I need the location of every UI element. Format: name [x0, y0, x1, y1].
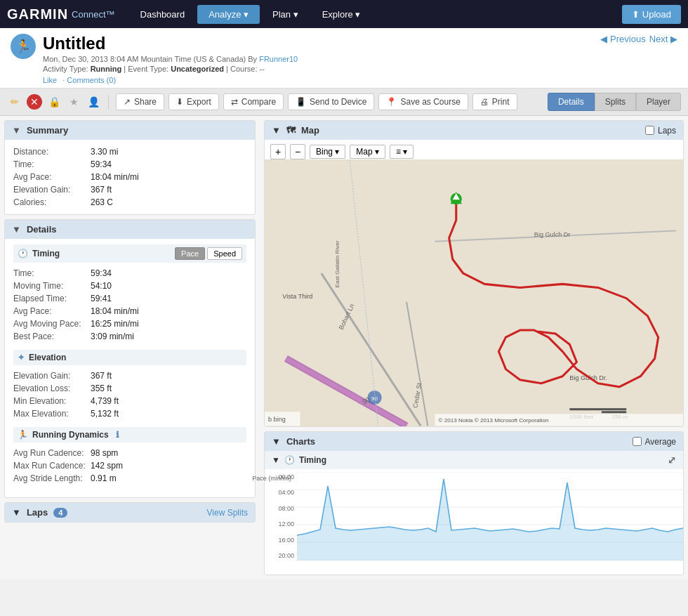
expand-icon[interactable]: ⤢: [668, 454, 676, 466]
share-button[interactable]: ↗ Share: [116, 93, 164, 110]
map-title: Map: [301, 125, 319, 136]
activity-links: Like · Comments (0): [43, 76, 298, 84]
map-svg: 90 90 Bohart Ln Cedar St Big Gulch Dr Ea…: [265, 159, 683, 426]
like-link[interactable]: Like: [43, 76, 57, 84]
y-axis: 00:00 04:00 08:00 12:00 16:00 20:00: [265, 472, 297, 561]
view-splits-link[interactable]: View Splits: [207, 508, 248, 518]
nav-explore[interactable]: Explore ▾: [311, 5, 372, 24]
y-label-16: 16:00: [267, 537, 294, 544]
laps-header[interactable]: ▼ Laps 4 View Splits: [5, 503, 255, 522]
timing-moving: Moving Time: 54:10: [13, 280, 246, 292]
export-button[interactable]: ⬇ Export: [168, 93, 219, 110]
map-controls: + − Bing ▾ Map ▾ ≡ ▾: [265, 140, 683, 159]
charts-arrow: ▼: [272, 436, 281, 447]
average-checkbox-area: Average: [633, 437, 676, 447]
pace-fill: [297, 479, 683, 561]
info-icon[interactable]: ℹ: [116, 430, 119, 440]
map-header: ▼ 🗺 Map Laps: [265, 121, 683, 140]
activity-left: 🏃 Untitled Mon, Dec 30, 2013 8:04 AM Mou…: [11, 34, 298, 84]
elev-max: Max Elevation: 5,132 ft: [13, 407, 246, 420]
running-dynamics-header: 🏃 Running Dynamics ℹ: [13, 427, 246, 443]
timing-best-pace: Best Pace: 3:09 min/mi: [13, 330, 246, 343]
cadence-max: Max Run Cadence: 142 spm: [13, 459, 246, 472]
elevation-title: Elevation: [29, 353, 66, 362]
star-icon[interactable]: ★: [66, 94, 81, 110]
y-axis-title: Pace (min/mi): [252, 475, 291, 482]
next-button[interactable]: Next ▶: [649, 34, 677, 44]
river-label: East Gallatin River: [334, 240, 340, 287]
upload-button[interactable]: ⬆ Upload: [622, 5, 681, 24]
compare-button[interactable]: ⇄ Compare: [223, 93, 284, 110]
summary-arrow: ▼: [12, 125, 21, 136]
activity-author[interactable]: FRunner10: [259, 55, 298, 63]
compare-icon: ⇄: [231, 97, 238, 107]
running-dynamics-title: Running Dynamics: [32, 430, 109, 440]
share-icon: ↗: [124, 97, 131, 107]
tab-details[interactable]: Details: [548, 93, 595, 111]
map-arrow: ▼: [272, 125, 281, 136]
garmin-logo: GARMIN: [7, 6, 68, 22]
map-type-dropdown[interactable]: Map ▾: [350, 145, 385, 159]
tab-player[interactable]: Player: [636, 93, 681, 111]
details-header[interactable]: ▼ Details: [5, 220, 255, 239]
running-icon: 🏃: [18, 430, 28, 440]
summary-header[interactable]: ▼ Summary: [5, 121, 255, 140]
timing-header: 🕐 Timing Pace Speed: [13, 244, 246, 263]
profile-icon[interactable]: 👤: [86, 94, 101, 110]
view-tabs: Details Splits Player: [548, 93, 681, 111]
y-label-4: 04:00: [267, 489, 294, 496]
details-section: ▼ Details 🕐 Timing Pace Speed Time:: [4, 219, 256, 498]
bing-dropdown[interactable]: Bing ▾: [310, 145, 345, 159]
lock-icon[interactable]: 🔒: [46, 94, 62, 110]
chart-timing-header: ▼ 🕐 Timing ⤢: [265, 451, 683, 469]
save-as-course-button[interactable]: 📍 Save as Course: [378, 93, 468, 110]
nav-analyze[interactable]: Analyze ▾: [197, 5, 260, 24]
charts-header: ▼ Charts Average: [265, 432, 683, 451]
elev-min: Min Elevation: 4,739 ft: [13, 395, 246, 407]
nav-dashboard[interactable]: Dashboard: [129, 5, 197, 24]
toolbar-separator: [108, 95, 109, 109]
stat-calories: Calories: 263 C: [13, 196, 246, 209]
laps-label: Laps: [658, 126, 676, 136]
activity-meta: Mon, Dec 30, 2013 8:04 AM Mountain Time …: [43, 55, 298, 63]
elevation-icon: ✦: [18, 353, 25, 362]
summary-body: Distance: 3.30 mi Time: 59:34 Avg Pace: …: [5, 140, 255, 214]
pace-button[interactable]: Pace: [175, 247, 205, 260]
activity-course-value: --: [260, 65, 265, 73]
map-icon: 🗺: [286, 125, 296, 136]
laps-checkbox[interactable]: [645, 126, 654, 135]
attribution-text: © 2013 Nokia © 2013 Microsoft Corporatio…: [438, 417, 548, 424]
comments-link[interactable]: Comments (0): [67, 76, 116, 84]
layers-dropdown[interactable]: ≡ ▾: [390, 145, 414, 159]
edit-icon[interactable]: ✏: [7, 94, 22, 110]
tab-splits[interactable]: Splits: [595, 93, 636, 111]
charts-title: Charts: [286, 436, 315, 447]
activity-details: Untitled Mon, Dec 30, 2013 8:04 AM Mount…: [43, 34, 298, 84]
speed-button[interactable]: Speed: [207, 247, 242, 260]
timing-time: Time: 59:34: [13, 267, 246, 280]
laps-arrow: ▼: [12, 507, 21, 518]
zoom-out-button[interactable]: −: [290, 144, 305, 159]
nav-plan[interactable]: Plan ▾: [261, 5, 310, 24]
running-dynamics-subsection: 🏃 Running Dynamics ℹ Avg Run Cadence: 98…: [13, 427, 246, 485]
delete-icon[interactable]: ✕: [27, 94, 42, 110]
average-checkbox[interactable]: [633, 437, 642, 446]
export-icon: ⬇: [176, 97, 183, 107]
previous-button[interactable]: ◀ Previous: [600, 34, 645, 44]
activity-header: 🏃 Untitled Mon, Dec 30, 2013 8:04 AM Mou…: [0, 28, 688, 89]
zoom-in-button[interactable]: +: [270, 144, 286, 159]
cadence-avg: Avg Run Cadence: 98 spm: [13, 447, 246, 459]
main-content: ▼ Summary Distance: 3.30 mi Time: 59:34 …: [0, 116, 688, 579]
bing-logo-text: b bing: [268, 416, 286, 423]
y-label-20: 20:00: [267, 552, 294, 559]
activity-event-value: Uncategorized: [171, 65, 224, 73]
main-nav: Dashboard Analyze ▾ Plan ▾ Explore ▾: [129, 5, 623, 24]
summary-title: Summary: [27, 125, 68, 136]
elevation-subsection: ✦ Elevation Elevation Gain: 367 ft Eleva…: [13, 350, 246, 420]
chart-container: 00:00 04:00 08:00 12:00 16:00 20:00 Pace…: [265, 469, 683, 575]
elev-gain: Elevation Gain: 367 ft: [13, 369, 246, 382]
timing-avg-moving: Avg Moving Pace: 16:25 min/mi: [13, 317, 246, 330]
send-to-device-button[interactable]: 📱 Send to Device: [288, 93, 374, 110]
print-button[interactable]: 🖨 Print: [472, 93, 517, 110]
stat-avg-pace: Avg Pace: 18:04 min/mi: [13, 171, 246, 183]
